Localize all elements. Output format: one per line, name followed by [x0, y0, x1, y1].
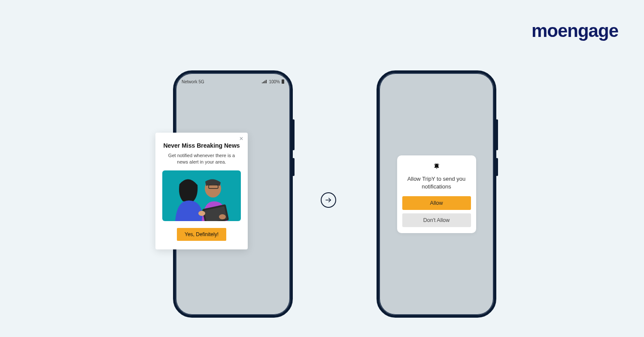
- phone-side-button: [496, 158, 498, 176]
- svg-point-7: [198, 211, 205, 216]
- yes-definitely-button[interactable]: Yes, Definitely!: [177, 228, 226, 241]
- status-network: Network 5G: [182, 79, 204, 84]
- brand-logo: moengage: [532, 21, 618, 41]
- dont-allow-button[interactable]: Don't Allow: [402, 213, 471, 227]
- phone-side-button: [292, 158, 295, 176]
- phone-side-button: [292, 119, 295, 150]
- close-icon[interactable]: ✕: [239, 136, 243, 141]
- system-permission-dialog: Allow TripY to send you notifications Al…: [397, 155, 476, 233]
- svg-point-8: [219, 214, 226, 219]
- card-subtitle: Get notified whenever there is a news al…: [162, 152, 241, 165]
- permission-message: Allow TripY to send you notifications: [402, 175, 471, 190]
- card-title: Never Miss Breaking News: [162, 142, 241, 149]
- battery-icon: [282, 79, 284, 84]
- pre-permission-card: ✕ Never Miss Breaking News Get notified …: [155, 133, 248, 249]
- arrow-right-circle-icon: [321, 192, 336, 208]
- allow-button[interactable]: Allow: [402, 196, 471, 210]
- phone-mock-right: Allow TripY to send you notifications Al…: [377, 70, 496, 318]
- status-bar: Network 5G 100%: [182, 77, 284, 86]
- phone-side-button: [496, 119, 498, 150]
- card-illustration: [162, 170, 241, 221]
- bell-icon: [402, 163, 471, 172]
- status-battery-text: 100%: [269, 79, 280, 84]
- signal-icon: [262, 80, 267, 83]
